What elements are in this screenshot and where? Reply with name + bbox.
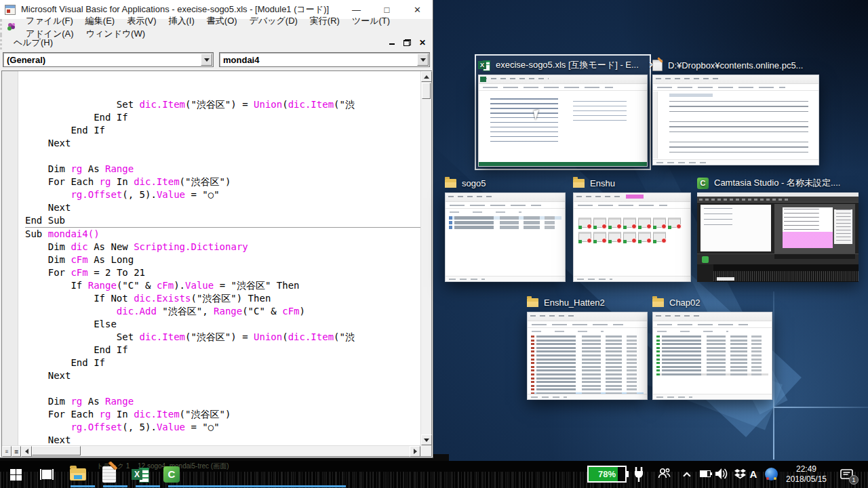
taskview-card-enshu-hatten2[interactable]: Enshu_Hatten2	[527, 294, 648, 400]
menu-item-help[interactable]: ヘルプ(H)	[7, 37, 59, 49]
dropdown-arrow-button[interactable]	[417, 54, 429, 66]
file-row	[531, 347, 643, 349]
menu-item[interactable]: 編集(E)	[79, 16, 121, 26]
menu-item[interactable]: 挿入(I)	[163, 16, 201, 26]
cam-clip-bin	[701, 205, 772, 251]
action-center-button[interactable]: 1	[838, 466, 856, 483]
code-line: For cFm = 2 To 21	[25, 266, 420, 279]
menu-item[interactable]: 実行(R)	[304, 16, 346, 26]
clock[interactable]: 22:49 2018/05/15	[778, 464, 834, 485]
file-row	[531, 385, 643, 387]
thumb-toolbar	[446, 193, 565, 202]
card-label: Enshu_Hatten2	[544, 298, 605, 308]
open-indicator	[168, 485, 346, 487]
code-line: Set dic.Item("渋谷区") = Union(dic.Item("渋	[25, 98, 420, 111]
excel-statusbar	[479, 162, 647, 166]
thumb-toolbar	[653, 75, 818, 84]
camtasia-thumbnail[interactable]	[697, 192, 859, 282]
scroll-left-button[interactable]	[21, 446, 32, 457]
file-row	[531, 354, 643, 357]
ime-indicator[interactable]: A	[747, 467, 760, 481]
code-line: End If	[25, 344, 420, 357]
taskview-card-sogo5[interactable]: sogo5	[445, 175, 566, 282]
dropbox-icon[interactable]	[734, 468, 746, 480]
mdi-close-icon[interactable]: ✕	[419, 39, 426, 46]
vertical-scrollbar[interactable]	[420, 71, 431, 445]
horizontal-scrollbar[interactable]: ≡ ≣	[2, 445, 420, 456]
menu-item[interactable]: 書式(O)	[201, 16, 243, 26]
taskbar-file-explorer[interactable]	[62, 461, 94, 488]
cam-playback-controls	[774, 254, 855, 259]
menu-item[interactable]: ウィンドウ(W)	[80, 28, 151, 39]
taskbar-excel[interactable]	[125, 461, 156, 488]
code-margin-indicator-bar[interactable]	[2, 71, 18, 445]
vertical-scroll-thumb[interactable]	[422, 83, 431, 99]
battery-percent-badge[interactable]: 78%	[587, 466, 627, 483]
excel-icon	[132, 466, 149, 483]
menu-item[interactable]: ツール(T)	[346, 16, 396, 26]
card-label: Camtasia Studio - 名称未設定....	[714, 177, 840, 189]
taskview-card-enshu[interactable]: Enshu	[573, 175, 691, 282]
wallpaper-window-hline	[774, 407, 868, 408]
colored-sphere-icon[interactable]	[765, 468, 778, 481]
scroll-up-button[interactable]	[421, 71, 432, 82]
code-line: For Each rg In dic.Item("渋谷区")	[25, 408, 420, 421]
file-row	[531, 340, 643, 342]
cam-preview-doc2	[834, 209, 852, 245]
sheet-rows-left	[490, 98, 557, 146]
volume-icon[interactable]	[714, 467, 729, 481]
explorer-thumbnail[interactable]	[652, 312, 772, 400]
taskbar: トラック 1 12 sogo4_mondai5-trec (画面) C 78%	[0, 461, 868, 488]
code-editor-area[interactable]: Set dic.Item("渋谷区") = Union(dic.Item("渋 …	[19, 71, 420, 445]
scroll-right-button[interactable]	[410, 446, 420, 457]
code-line: Dim dic As New Scripting.Dictionary	[25, 241, 420, 253]
thumb-addressbar	[528, 321, 647, 328]
taskbar-text-editor[interactable]	[94, 461, 125, 488]
file-row	[531, 388, 643, 390]
explorer-thumbnail[interactable]	[527, 312, 648, 400]
taskview-card-chap02[interactable]: Chap02	[652, 294, 772, 400]
dropdown-arrow-button[interactable]	[201, 54, 212, 66]
card-label: Enshu	[590, 178, 615, 188]
full-module-view-button[interactable]: ≣	[12, 446, 21, 457]
file-row	[531, 343, 643, 345]
code-line	[25, 382, 420, 395]
mdi-minimize-icon[interactable]	[389, 39, 395, 45]
card-label: sogo5	[462, 178, 486, 188]
taskbar-camtasia[interactable]: C	[156, 461, 187, 488]
horizontal-scroll-thumb[interactable]	[32, 446, 81, 455]
battery-tray-icon[interactable]	[698, 470, 712, 478]
explorer-thumbnail[interactable]	[573, 192, 691, 282]
power-plug-icon[interactable]	[633, 466, 645, 483]
task-view-button[interactable]	[31, 461, 62, 488]
code-line: Next	[25, 369, 420, 382]
people-icon[interactable]	[658, 468, 671, 480]
start-button[interactable]	[0, 461, 31, 488]
explorer-thumbnail[interactable]	[445, 192, 566, 282]
object-dropdown[interactable]: (General)	[3, 52, 214, 67]
show-hidden-icons-chevron[interactable]	[684, 470, 692, 479]
procedure-dropdown[interactable]: mondai4	[219, 52, 430, 67]
explorer-statusbar	[574, 276, 690, 281]
procedure-view-button[interactable]: ≡	[2, 446, 12, 457]
excel-thumbnail[interactable]	[478, 75, 648, 167]
menu-item[interactable]: 表示(V)	[121, 16, 162, 26]
file-row	[531, 359, 643, 361]
taskview-card-editor[interactable]: D:¥Dropbox¥contents.online.pc5...	[652, 57, 819, 165]
excel-chip	[480, 77, 486, 82]
vba-app-icon	[5, 5, 16, 15]
code-line: Dim rg As Range	[25, 395, 420, 408]
menu-item[interactable]: ファイル(F)	[20, 16, 79, 26]
code-line: Else	[25, 318, 420, 331]
taskview-card-excel[interactable]: execise-sogo5.xls [互換モード] - E... ✕	[475, 54, 651, 170]
mdi-restore-icon[interactable]	[403, 39, 411, 46]
file-thumbnail	[653, 232, 666, 242]
open-indicator	[71, 485, 95, 487]
taskview-card-camtasia[interactable]: C Camtasia Studio - 名称未設定....	[697, 175, 859, 282]
editor-statusbar	[653, 159, 818, 165]
editor-text-lines	[669, 101, 808, 155]
scroll-down-button[interactable]	[421, 434, 432, 445]
editor-highlight-line	[669, 94, 712, 97]
editor-thumbnail[interactable]	[652, 75, 819, 165]
menu-item[interactable]: デバッグ(D)	[243, 16, 304, 26]
